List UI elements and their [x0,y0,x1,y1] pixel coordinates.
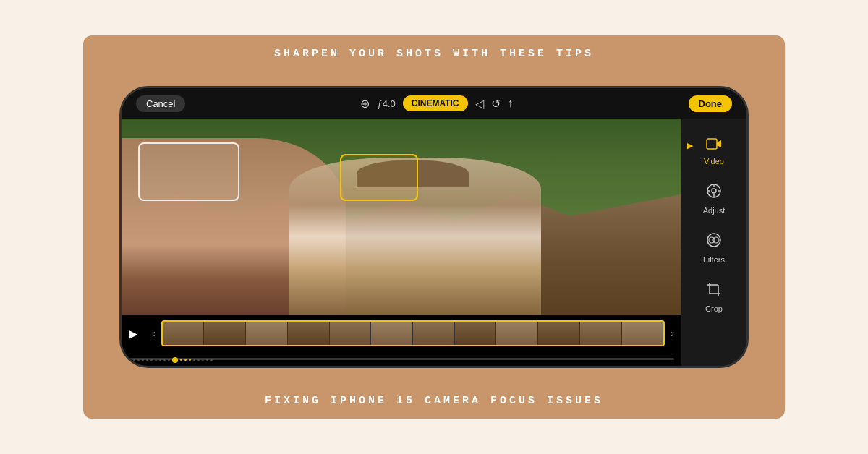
frame-12 [622,322,664,345]
bottom-banner-text: FIXING IPHONE 15 CAMERA FOCUS ISSUES [265,395,603,407]
frame-9 [496,322,538,345]
video-section: ▶ ‹ [122,119,681,366]
frame-4 [288,322,330,345]
frame-8 [455,322,497,345]
scrubber-track[interactable] [129,358,674,360]
rotate-icon: ↺ [491,97,501,111]
phone-content: ▶ ‹ [122,119,746,366]
chevron-right-icon[interactable]: › [671,327,674,339]
scrubber-bar[interactable] [122,351,681,366]
bottom-banner: FIXING IPHONE 15 CAMERA FOCUS ISSUES [83,382,785,419]
filters-label: Filters [703,255,725,264]
main-card: SHARPEN YOUR SHOTS WITH THESE TIPS Cance… [83,35,785,419]
frame-3 [246,322,288,345]
svg-marker-1 [717,140,721,147]
panel-item-video[interactable]: ▶ Video [681,130,746,173]
adjust-label: Adjust [703,206,726,215]
share-icon: ↑ [508,97,514,110]
timeline-strip: ▶ ‹ [122,315,681,351]
focus-box-yellow[interactable] [340,154,418,201]
frame-6 [371,322,413,345]
frame-10 [538,322,580,345]
filters-icon [706,232,722,252]
frame-1 [163,322,205,345]
panel-video-row: ▶ [681,137,746,154]
timeline-frames[interactable] [161,320,665,346]
chevron-left-icon[interactable]: ‹ [152,327,156,339]
video-label: Video [704,157,724,166]
focus-box-white[interactable] [138,142,239,202]
active-arrow: ▶ [687,141,693,150]
cancel-button[interactable]: Cancel [136,95,185,112]
crop-icon [706,281,722,301]
crop-label: Crop [705,304,723,313]
frame-7 [413,322,455,345]
cinematic-button[interactable]: CINEMATIC [403,95,468,111]
video-icon [706,137,722,154]
right-panel: ▶ Video [681,119,746,366]
frame-5 [330,322,372,345]
video-preview[interactable] [122,119,681,315]
audio-icon: ◁ [475,97,484,111]
svg-point-8 [707,234,720,247]
topbar-middle: ⊕ ƒ4.0 CINEMATIC ◁ ↺ ↑ [360,95,513,111]
focus-icon: ⊕ [360,97,370,111]
adjust-icon [706,183,722,203]
frame-11 [580,322,622,345]
svg-rect-0 [707,139,717,149]
svg-point-10 [713,237,719,243]
done-button[interactable]: Done [689,95,733,112]
phone-topbar: Cancel ⊕ ƒ4.0 CINEMATIC ◁ ↺ ↑ Done [122,88,746,119]
play-button[interactable]: ▶ [129,327,146,340]
phone-frame: Cancel ⊕ ƒ4.0 CINEMATIC ◁ ↺ ↑ Done [119,86,749,368]
svg-point-3 [712,189,716,193]
zoom-label: ƒ4.0 [377,98,395,109]
top-banner: SHARPEN YOUR SHOTS WITH THESE TIPS [83,35,785,72]
panel-item-filters[interactable]: Filters [681,225,746,271]
panel-item-adjust[interactable]: Adjust [681,176,746,222]
frame-2 [204,322,246,345]
top-banner-text: SHARPEN YOUR SHOTS WITH THESE TIPS [274,48,594,60]
panel-item-crop[interactable]: Crop [681,274,746,320]
phone-area: Cancel ⊕ ƒ4.0 CINEMATIC ◁ ↺ ↑ Done [83,72,785,382]
